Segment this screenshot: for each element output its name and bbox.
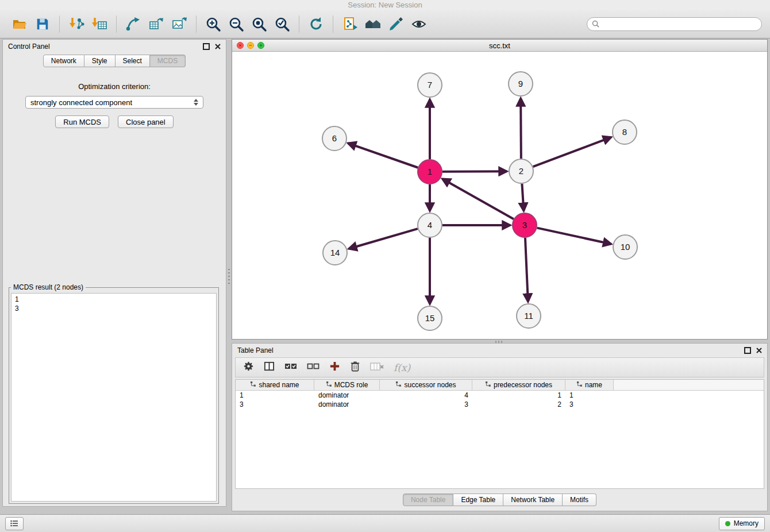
- table-row[interactable]: 1dominator411: [236, 391, 764, 400]
- edge-1-2[interactable]: [442, 171, 507, 172]
- node-8[interactable]: 8: [613, 120, 637, 144]
- titlebar: Session: New Session: [0, 0, 770, 10]
- select-all-button[interactable]: [284, 363, 297, 373]
- svg-text:8: 8: [622, 127, 627, 137]
- edge-3-1[interactable]: [442, 179, 514, 219]
- column-header-successor-nodes[interactable]: successor nodes: [380, 380, 472, 390]
- node-11[interactable]: 11: [517, 304, 541, 328]
- table-settings-button[interactable]: [243, 361, 254, 374]
- edge-3-10[interactable]: [537, 228, 611, 244]
- network-graph[interactable]: 7968124314101511: [232, 52, 767, 339]
- import-network-button[interactable]: [65, 13, 88, 36]
- float-table-panel-icon[interactable]: [744, 347, 751, 354]
- control-panel: Control Panel NetworkStyleSelectMCDS Opt…: [2, 39, 226, 507]
- tab-network-table[interactable]: Network Table: [503, 494, 563, 506]
- toolbar-separator: [333, 16, 333, 33]
- memory-button[interactable]: Memory: [719, 517, 765, 530]
- show-hide-button[interactable]: [407, 13, 430, 36]
- column-header-name[interactable]: name: [565, 380, 614, 390]
- node-1[interactable]: 1: [418, 160, 442, 184]
- tab-style[interactable]: Style: [84, 55, 116, 67]
- table-cell-successor-nodes[interactable]: 3: [380, 400, 472, 409]
- column-header-predecessor-nodes[interactable]: predecessor nodes: [472, 380, 565, 390]
- import-table-button[interactable]: [88, 13, 111, 36]
- new-network-from-selection-button[interactable]: [122, 13, 145, 36]
- table-tabs: Node TableEdge TableNetwork TableMotifs: [232, 494, 767, 506]
- close-panel-button[interactable]: Close panel: [118, 115, 174, 128]
- search-input[interactable]: [602, 19, 757, 29]
- refresh-icon: [308, 16, 324, 32]
- network-canvas[interactable]: 7968124314101511: [232, 52, 767, 339]
- close-table-panel-icon[interactable]: [756, 348, 762, 353]
- control-panel-title: Control Panel: [8, 43, 50, 51]
- table-cell-predecessor-nodes[interactable]: 2: [472, 400, 565, 409]
- table-cell-shared-name[interactable]: 1: [236, 391, 314, 400]
- control-panel-tabs: NetworkStyleSelectMCDS: [3, 55, 226, 67]
- column-header-mcds-role[interactable]: MCDS role: [314, 380, 380, 390]
- vertical-splitter[interactable]: [226, 39, 232, 507]
- node-9[interactable]: 9: [509, 72, 533, 96]
- export-image-button[interactable]: [168, 13, 191, 36]
- tab-mcds[interactable]: MCDS: [150, 55, 186, 67]
- minimize-window-button[interactable]: [247, 42, 254, 49]
- table-cell-predecessor-nodes[interactable]: 1: [472, 391, 565, 400]
- task-history-button[interactable]: [5, 517, 24, 530]
- search-box[interactable]: [587, 17, 762, 31]
- node-2[interactable]: 2: [509, 159, 533, 183]
- table-panel: Table Panel: [232, 343, 768, 511]
- export-table-button[interactable]: [145, 13, 168, 36]
- table-cell-successor-nodes[interactable]: 4: [380, 391, 472, 400]
- table-cell-name[interactable]: 3: [565, 400, 614, 409]
- tab-node-table[interactable]: Node Table: [403, 494, 454, 506]
- manage-styles-button[interactable]: [384, 13, 407, 36]
- node-table: shared nameMCDS rolesuccessor nodesprede…: [235, 379, 764, 489]
- table-cell-shared-name[interactable]: 3: [236, 400, 314, 409]
- column-header-shared-name[interactable]: shared name: [236, 380, 314, 390]
- node-6[interactable]: 6: [322, 126, 346, 151]
- apply-layout-button[interactable]: [305, 13, 328, 36]
- table-panel-header: Table Panel: [232, 344, 767, 357]
- optimization-select[interactable]: strongly connected component: [25, 96, 203, 109]
- memory-status-icon: [725, 521, 730, 526]
- edge-2-3[interactable]: [522, 184, 523, 211]
- share-document-button[interactable]: [338, 13, 361, 36]
- node-10[interactable]: 10: [613, 235, 637, 259]
- memory-label: Memory: [734, 519, 759, 527]
- open-file-button[interactable]: [8, 13, 31, 36]
- table-cell-name[interactable]: 1: [565, 391, 614, 400]
- delete-row-button[interactable]: [350, 360, 360, 375]
- table-cell-mcds-role[interactable]: dominator: [314, 391, 380, 400]
- tab-network[interactable]: Network: [43, 55, 84, 67]
- zoom-selected-icon: [274, 16, 290, 32]
- node-4[interactable]: 4: [418, 213, 442, 237]
- node-3[interactable]: 3: [513, 213, 537, 237]
- close-window-button[interactable]: [237, 42, 244, 49]
- run-mcds-button[interactable]: Run MCDS: [55, 115, 109, 128]
- workspace: Control Panel NetworkStyleSelectMCDS Opt…: [0, 38, 770, 514]
- table-cell-mcds-role[interactable]: dominator: [314, 400, 380, 409]
- zoom-fit-button[interactable]: [248, 13, 271, 36]
- unselect-all-button[interactable]: [307, 363, 319, 373]
- edge-2-9[interactable]: [521, 98, 521, 159]
- edge-4-14[interactable]: [349, 229, 418, 249]
- edge-3-11[interactable]: [525, 238, 528, 302]
- close-panel-icon[interactable]: [215, 44, 221, 49]
- edge-1-6[interactable]: [348, 143, 418, 167]
- show-columns-button[interactable]: [264, 361, 275, 374]
- node-15[interactable]: 15: [418, 306, 442, 330]
- node-14[interactable]: 14: [323, 241, 347, 265]
- save-button[interactable]: [31, 13, 54, 36]
- edge-2-8[interactable]: [533, 137, 611, 167]
- add-row-button[interactable]: [329, 361, 340, 374]
- table-row[interactable]: 3dominator323: [236, 400, 764, 409]
- zoom-selected-button[interactable]: [271, 13, 294, 36]
- zoom-in-button[interactable]: [202, 13, 225, 36]
- zoom-out-button[interactable]: [225, 13, 248, 36]
- tab-motifs[interactable]: Motifs: [563, 494, 596, 506]
- tab-edge-table[interactable]: Edge Table: [453, 494, 503, 506]
- network-home-button[interactable]: [361, 13, 384, 36]
- float-panel-icon[interactable]: [203, 43, 210, 50]
- node-7[interactable]: 7: [418, 73, 442, 97]
- tab-select[interactable]: Select: [116, 55, 150, 67]
- zoom-window-button[interactable]: [257, 42, 264, 49]
